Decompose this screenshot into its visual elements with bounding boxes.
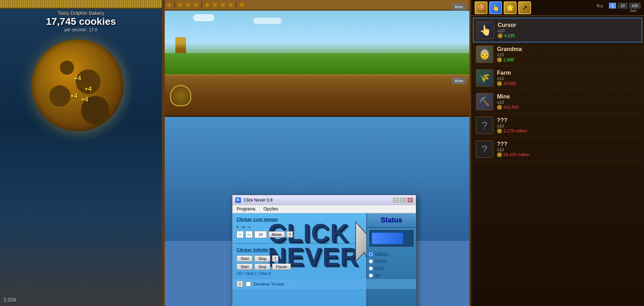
left-panel: Tasty Dolphin Bakery 17,745 cookies per … (0, 0, 165, 306)
infinite-stop-button[interactable]: Stop (254, 255, 270, 262)
hour-input[interactable] (237, 231, 244, 238)
deco-cookie-3 (186, 2, 191, 7)
qty-10-button[interactable]: 10 (618, 3, 627, 8)
cookie-icon-btn[interactable]: 🍪 (475, 1, 487, 14)
shop-top-bar: 🍪 👆 🌟 ↗ Buy 1 10 100 Sell (471, 0, 644, 16)
dialog-footer: ? Desativar Teclado (232, 279, 416, 289)
dialog-body: CLICK NEVER (232, 213, 416, 306)
unknown-1-item-icon: ? (476, 117, 493, 134)
unknown-2-item-cost: 36.425 million (497, 152, 639, 157)
menu-opcoes[interactable]: Opções (262, 206, 279, 212)
upgrade-icon-btn[interactable]: 🌟 (504, 1, 516, 14)
buy-label: Buy (597, 4, 607, 8)
infinite-start-button[interactable]: Start (237, 255, 253, 262)
top-decor-bar (0, 0, 162, 9)
shop-item-mine[interactable]: ⛏️ Mine x10 243,645 (473, 90, 642, 114)
shop-item-grandma[interactable]: 👵 Grandma x10 2,686 (473, 42, 642, 66)
game-main-area: N Click Never 0.8 ─ □ ✕ Programa Opções … (165, 117, 469, 241)
sell-label: Sell (630, 8, 640, 13)
farm-icon-sprite: 🌾 (479, 73, 490, 83)
grandma-item-icon: 👵 (476, 45, 493, 63)
time-format-label: h : m : s (237, 225, 250, 229)
deco-sep-2 (201, 1, 202, 8)
cookie[interactable]: +4 +4 +4 +4 (32, 39, 124, 131)
unknown-1-item-info: ??? x10 3.279 million (497, 117, 639, 134)
cookie-per-second: per second : 17.6 (64, 27, 97, 32)
infinite-pause-button[interactable]: Pause (272, 264, 291, 270)
right-panel: 🍪 👆 🌟 ↗ Buy 1 10 100 Sell 👆 Cursor (471, 0, 644, 306)
question-mark-icon-1: ? (482, 120, 487, 131)
minute-input[interactable] (245, 231, 253, 238)
bottom-number: 2,016 (4, 297, 16, 302)
mine-cost-icon (497, 105, 502, 110)
farm-cost-icon (497, 81, 502, 86)
grandma-item-cost: 2,686 (497, 57, 639, 62)
maximize-button[interactable]: □ (400, 198, 406, 203)
shop-item-farm[interactable]: 🌾 Farm x10 25,685 (473, 66, 642, 90)
middle-panel: Mute Mute N Click Never 0.8 ─ □ ✕ (165, 0, 471, 306)
cookie-jar-sprite (170, 85, 191, 106)
clicker-timed-title: Clicker com tempo (237, 217, 412, 222)
game-deco-bar: Mute (165, 0, 469, 11)
buy-row: Buy 1 10 100 (597, 3, 640, 8)
footer-help-button[interactable]: ? (237, 281, 243, 287)
cursor-item-icon: 👆 (476, 21, 494, 39)
teclado-checkbox[interactable] (246, 282, 251, 287)
deco-cookie-4 (193, 2, 198, 7)
dialog-menubar: Programa Opções (232, 205, 416, 213)
deco-cookie-7 (220, 2, 225, 7)
farm-item-name: Farm (497, 70, 639, 76)
timed-help-button[interactable]: ? (287, 231, 293, 238)
unknown-2-item-qty: x10 (497, 147, 639, 152)
mine-item-qty: x10 (497, 100, 639, 105)
cookie-plus-1: +4 (74, 75, 81, 82)
cookie-plus-2: +4 (85, 85, 92, 93)
mute-button-top[interactable]: Mute (452, 4, 466, 10)
mine-item-cost: 243,645 (497, 105, 639, 110)
cookie-wrapper[interactable]: +4 +4 +4 +4 (32, 39, 131, 138)
cursor-item-name: Cursor (498, 22, 639, 28)
arrow-icon-btn[interactable]: ↗ (518, 1, 531, 14)
cursor-cost-value: 4,335 (504, 33, 515, 38)
unknown-1-cost-value: 3.279 million (503, 129, 527, 134)
qty-100-button[interactable]: 100 (629, 3, 640, 8)
deco-cookie-2 (178, 2, 183, 7)
infinite-start2-button[interactable]: Start (237, 264, 253, 270)
shop-item-cursor[interactable]: 👆 Cursor x10 4,335 (473, 18, 642, 42)
deco-cookie-icons (166, 1, 244, 8)
grandma-item-qty: x10 (497, 52, 639, 57)
dialog-title-text: Click Never 0.8 (244, 198, 390, 203)
buy-sell-controls: Buy 1 10 100 Sell (597, 3, 640, 13)
dialog-titlebar: N Click Never 0.8 ─ □ ✕ (232, 195, 416, 205)
cloud-2 (253, 18, 282, 24)
minimize-button[interactable]: ─ (393, 198, 399, 203)
mine-item-info: Mine x10 243,645 (497, 94, 639, 110)
game-wood-panel: Mute (165, 74, 469, 117)
deco-cookie-1 (166, 2, 171, 7)
shop-item-unknown-2[interactable]: ? ??? x10 36.425 million (473, 137, 642, 161)
cursor-item-qty: x10 (498, 28, 639, 33)
clicker-infinite-title: Clicker Infinite (237, 247, 412, 253)
dialog-win-btns: ─ □ ✕ (393, 198, 413, 203)
mute-button-bottom[interactable]: Mute (452, 78, 466, 84)
farm-cost-value: 25,685 (503, 81, 516, 86)
shop-items-list: 👆 Cursor x10 4,335 👵 Grandma x10 (471, 16, 644, 306)
cursor-icon-btn[interactable]: 👆 (489, 1, 502, 14)
infinite-stop2-button[interactable]: Stop (254, 264, 270, 270)
infinite-help-button[interactable]: ? (272, 255, 278, 262)
qty-1-button[interactable]: 1 (609, 3, 616, 8)
unknown-1-item-qty: x10 (497, 124, 639, 129)
shop-item-unknown-1[interactable]: ? ??? x10 3.279 million (473, 114, 642, 137)
cursor-hand-icon: 👆 (479, 24, 492, 36)
unknown-2-cost-value: 36.425 million (503, 152, 530, 157)
menu-programa[interactable]: Programa (235, 206, 257, 212)
second-input[interactable] (254, 231, 267, 238)
time-input-row: Ativar ? (237, 231, 412, 238)
close-button[interactable]: ✕ (407, 198, 413, 203)
cookie-title: Tasty Dolphin Bakery (58, 10, 104, 16)
ativar-button[interactable]: Ativar (269, 231, 285, 238)
infinite-btn-row-1: Start Stop ? (237, 255, 412, 262)
world-ground (165, 53, 469, 74)
question-mark-icon-2: ? (482, 143, 487, 155)
grandma-item-info: Grandma x10 2,686 (497, 46, 639, 62)
